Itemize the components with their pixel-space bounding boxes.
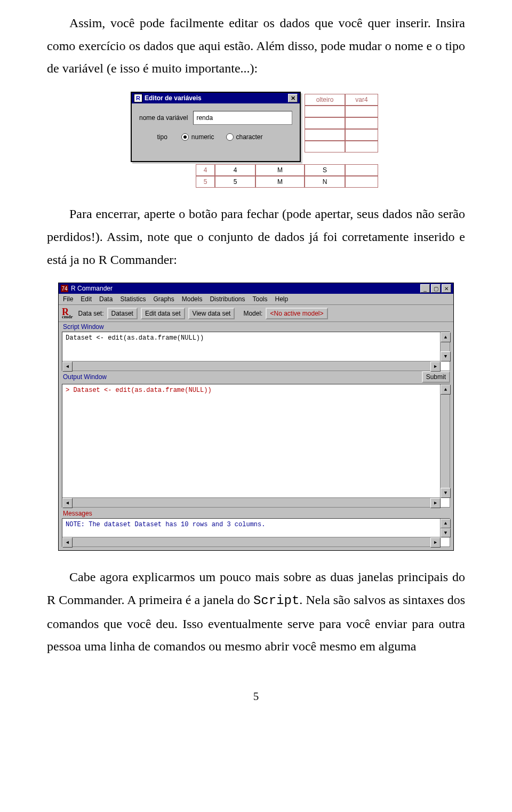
grid-cell[interactable] [345,141,378,152]
grid-cell[interactable]: 5 [215,176,255,188]
edit-dataset-button[interactable]: Edit data set [141,308,185,319]
scroll-right-icon[interactable]: ► [430,537,441,548]
scroll-up-icon[interactable]: ▲ [441,384,451,395]
view-dataset-button[interactable]: View data set [188,308,235,319]
radio-dot-icon [181,133,189,141]
inline-code: Script [253,593,299,608]
menu-help[interactable]: Help [275,295,289,303]
scroll-right-icon[interactable]: ► [430,498,441,508]
script-content[interactable]: Dataset <- edit(as.data.frame(NULL)) [62,332,450,344]
model-label: Model: [243,310,262,317]
variable-name-label: nome da variável [139,114,188,122]
grid-cell[interactable] [305,106,345,117]
scrollbar-vertical[interactable]: ▲▼ [440,332,450,361]
menu-graphs[interactable]: Graphs [153,295,174,303]
paragraph-2: Para encerrar, aperte o botão para fecha… [47,203,465,271]
scroll-up-icon[interactable]: ▲ [441,332,451,342]
grid-cell[interactable]: 4 [215,164,255,176]
grid-cell[interactable]: M [255,176,305,188]
figure-editor-variaveis: olteiro var4 4 4 M S 5 5 M N [47,92,465,188]
grid-cell[interactable]: S [305,164,345,176]
paragraph-1: Assim, você pode facilmente editar os da… [47,12,465,80]
output-content: > Dataset <- edit(as.data.frame(NULL)) [62,384,450,396]
dataset-label: Data set: [78,310,104,317]
scroll-down-icon[interactable]: ▼ [441,488,451,498]
dataset-button[interactable]: Dataset [107,308,138,319]
submit-button[interactable]: Submit [422,371,450,383]
menu-edit[interactable]: Edit [81,295,92,303]
model-value: <No active model> [270,310,323,317]
menu-models[interactable]: Models [182,295,203,303]
rcmdr-logo: Rcmdr [62,307,73,319]
scrollbar-horizontal[interactable]: ◄► [62,497,441,507]
grid-cell[interactable] [305,117,345,129]
window-titlebar: 74 R Commander _ ▢ ✕ [59,283,453,294]
menu-data[interactable]: Data [99,295,113,303]
menu-statistics[interactable]: Statistics [120,295,146,303]
menu-distributions[interactable]: Distributions [210,295,245,303]
scrollbar-horizontal[interactable]: ◄► [62,537,441,546]
app-icon: 74 [61,285,68,292]
scrollbar-vertical[interactable]: ▲▼ [440,519,450,537]
script-window-label: Script Window [59,322,453,331]
scrollbar-vertical[interactable]: ▲▼ [440,384,450,498]
figure-rcommander: 74 R Commander _ ▢ ✕ File Edit Data Stat… [47,283,465,551]
script-window[interactable]: Dataset <- edit(as.data.frame(NULL)) ▲▼ … [62,332,450,371]
grid-cell[interactable] [345,176,378,188]
radio-character[interactable]: character [226,133,263,141]
variable-editor-dialog: R Editor de variáveis ✕ nome da variável… [131,92,301,162]
model-button[interactable]: <No active model> [266,308,327,319]
r-icon: R [134,94,142,102]
grid-cell[interactable] [345,164,378,176]
messages-window: NOTE: The dataset Dataset has 10 rows an… [62,518,450,547]
messages-content: NOTE: The dataset Dataset has 10 rows an… [62,519,450,530]
rcommander-window: 74 R Commander _ ▢ ✕ File Edit Data Stat… [58,283,454,551]
grid-cell[interactable] [345,106,378,117]
toolbar: Rcmdr Data set: Dataset Edit data set Vi… [59,305,453,322]
grid-cell[interactable] [345,117,378,129]
dialog-titlebar: R Editor de variáveis ✕ [132,93,300,103]
radio-numeric[interactable]: numeric [181,133,214,141]
output-window[interactable]: > Dataset <- edit(as.data.frame(NULL)) ▲… [62,384,450,508]
grid-cell[interactable] [345,129,378,141]
grid-rowhead: 4 [196,164,215,176]
grid-cell[interactable]: M [255,164,305,176]
scroll-down-icon[interactable]: ▼ [441,351,451,361]
grid-cell[interactable] [305,129,345,141]
grid-header: var4 [345,94,378,106]
variable-name-input[interactable] [193,111,292,125]
close-button[interactable]: ✕ [288,94,298,102]
type-label: tipo [157,133,167,141]
dialog-title: Editor de variáveis [145,94,202,102]
window-title: R Commander [71,285,113,292]
messages-label: Messages [59,509,453,517]
radio-label: character [236,133,263,141]
minimize-button[interactable]: _ [420,284,430,293]
scroll-right-icon[interactable]: ► [430,361,441,372]
scroll-left-icon[interactable]: ◄ [62,537,73,548]
scroll-left-icon[interactable]: ◄ [62,498,73,508]
maximize-button[interactable]: ▢ [431,284,441,293]
scrollbar-horizontal[interactable]: ◄► [62,361,441,371]
scroll-down-icon[interactable]: ▼ [441,528,451,538]
menu-tools[interactable]: Tools [252,295,267,303]
close-button[interactable]: ✕ [442,284,451,293]
grid-cell[interactable] [305,141,345,152]
scroll-left-icon[interactable]: ◄ [62,361,73,372]
radio-label: numeric [191,133,214,141]
grid-cell[interactable]: N [305,176,345,188]
page-number: 5 [47,690,465,703]
radio-dot-icon [226,133,234,141]
menu-file[interactable]: File [63,295,73,303]
grid-rowhead: 5 [196,176,215,188]
scroll-up-icon[interactable]: ▲ [441,519,451,528]
output-window-label: Output Window [62,373,107,381]
menubar: File Edit Data Statistics Graphs Models … [59,294,453,305]
paragraph-3: Cabe agora explicarmos um pouco mais sob… [47,566,465,658]
grid-header: olteiro [305,94,345,106]
